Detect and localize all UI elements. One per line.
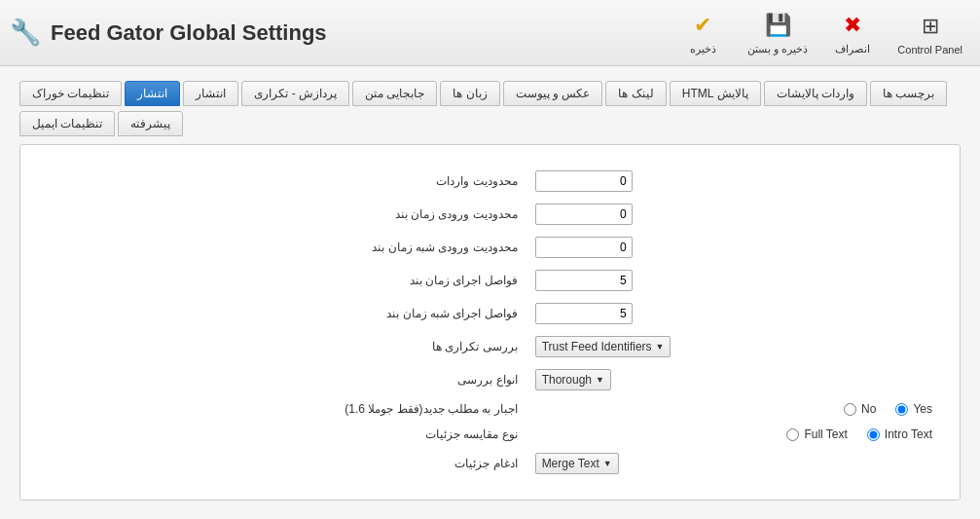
check-type-value: Thorough [542,373,592,387]
cancel-icon: ✖ [837,10,868,41]
import-limit-label: محدودیت واردات [40,165,527,198]
compare-intro-group: Intro Text [867,427,932,441]
table-row: فواصل اجرای شبه زمان بند [40,297,940,330]
control-panel-icon: ⊞ [915,11,946,42]
tab-links[interactable]: عکس و پیوست [503,81,603,106]
tab-html-filter[interactable]: پالایش HTML [670,81,761,106]
table-row: محدودیت ورودی زمان بند [40,198,940,231]
tab-image-post[interactable]: زبان ها [440,81,499,106]
run-interval-label: فواصل اجرای زمان بند [40,264,527,297]
save-button[interactable]: ✔ ذخیره [673,6,732,59]
table-row: Yes No اجبار به مطلب جدید(فقط جوملا 1.6) [40,396,940,422]
check-type-dropdown[interactable]: ▼ Thorough [535,369,611,390]
cancel-button[interactable]: ✖ انصراف [823,6,882,59]
save-close-button[interactable]: 💾 ذخیره و بستن [740,6,816,59]
save-label: ذخیره [690,43,716,56]
save-icon: ✔ [687,10,718,41]
control-panel-button[interactable]: ⊞ Control Panel [889,7,970,59]
trust-feed-input-cell: ▼ Trust Feed Identifiers [527,330,940,363]
tab-email-settings[interactable]: تنظیمات ایمیل [19,111,115,136]
import-limit-input-cell [527,165,940,198]
wrench-icon: 🔧 [10,18,41,48]
tab-advanced[interactable]: پیشرفته [118,111,183,136]
input-time-limit-label: محدودیت ورودی زمان بند [40,198,527,231]
input-time-limit-input-cell [527,198,940,231]
trust-feed-dropdown[interactable]: ▼ Trust Feed Identifiers [535,336,671,357]
force-new-yes-radio[interactable] [895,403,908,416]
compare-intro-label: Intro Text [885,427,932,441]
force-new-no-radio[interactable] [844,403,856,416]
compare-type-label: نوع مقایسه جزئیات [40,422,527,447]
save-close-icon: 💾 [762,10,793,41]
table-row: محدودیت واردات [40,165,940,198]
merge-details-label: ادغام جزئیات [40,447,527,480]
input-cron-time-limit-label: محدودیت ورودی شبه زمان بند [40,231,527,264]
title-text: Feed Gator Global Settings [51,20,327,46]
input-cron-time-limit-input[interactable] [535,237,633,258]
run-interval-input-cell [527,264,940,297]
toolbar-buttons: ⊞ Control Panel ✖ انصراف 💾 ذخیره و بستن … [673,6,970,59]
tab-import-filters[interactable]: واردات پالایشات [764,81,867,106]
cron-run-interval-input[interactable] [535,303,633,324]
table-row: فواصل اجرای زمان بند [40,264,940,297]
force-new-label: اجبار به مطلب جدید(فقط جوملا 1.6) [40,396,527,422]
dropdown-arrow-icon: ▼ [596,375,604,385]
table-row: Intro Text Full Text نوع مقایسه جزئیات [40,422,940,447]
tabs-row-2: پیشرفته تنظیمات ایمیل [19,111,961,136]
force-new-no-group: No [844,402,876,416]
compare-type-radio-row: Intro Text Full Text [535,427,932,441]
compare-full-label: Full Text [804,427,847,441]
input-time-limit-input[interactable] [535,204,633,225]
save-close-label: ذخیره و بستن [747,43,808,56]
content-panel: محدودیت واردات محدودیت ورودی زمان بند مح… [19,144,961,500]
merge-details-dropdown[interactable]: ▼ Merge Text [535,453,619,474]
trust-feed-value: Trust Feed Identifiers [542,340,652,353]
check-type-label: انواع بررسی [40,363,527,396]
tab-recurring[interactable]: انتشار [125,81,180,106]
tab-text-filter[interactable]: لینک ها [605,81,666,106]
toolbar: ⊞ Control Panel ✖ انصراف 💾 ذخیره و بستن … [0,0,980,66]
tab-tags[interactable]: برچسب ها [870,81,947,106]
force-new-radio-row: Yes No [535,402,932,416]
tabs-row-1: برچسب ها واردات پالایشات پالایش HTML لین… [19,81,961,106]
compare-full-radio[interactable] [786,428,799,441]
force-new-input-cell: Yes No [527,396,940,422]
force-new-yes-label: Yes [913,402,932,416]
form-table: محدودیت واردات محدودیت ورودی زمان بند مح… [40,165,940,480]
force-new-no-label: No [861,402,876,416]
force-new-yes-group: Yes [895,402,932,416]
control-panel-label: Control Panel [897,44,962,56]
input-cron-time-limit-input-cell [527,231,940,264]
merge-details-input-cell: ▼ Merge Text [527,447,940,480]
cron-run-interval-input-cell [527,297,940,330]
compare-intro-radio[interactable] [867,428,880,441]
main-content: برچسب ها واردات پالایشات پالایش HTML لین… [0,66,980,515]
table-row: ▼ Thorough انواع بررسی [40,363,940,396]
compare-type-input-cell: Intro Text Full Text [527,422,940,447]
compare-full-group: Full Text [786,427,847,441]
merge-details-value: Merge Text [542,457,599,470]
tab-relocation[interactable]: پردازش - تکراری [241,81,349,106]
cancel-label: انصراف [835,43,870,56]
dropdown-arrow-icon: ▼ [656,342,665,352]
cron-run-interval-label: فواصل اجرای شبه زمان بند [40,297,527,330]
table-row: ▼ Merge Text ادغام جزئیات [40,447,940,480]
import-limit-input[interactable] [535,170,633,192]
tab-feed-settings[interactable]: تنظیمات خوراک [19,81,122,106]
check-type-input-cell: ▼ Thorough [527,363,940,396]
table-row: محدودیت ورودی شبه زمان بند [40,231,940,264]
table-row: ▼ Trust Feed Identifiers بررسی تکراری ها [40,330,940,363]
run-interval-input[interactable] [535,270,633,291]
tab-publish[interactable]: انتشار [183,81,238,106]
tab-language[interactable]: جابجایی متن [352,81,437,106]
dropdown-arrow-icon: ▼ [603,459,612,468]
trust-feed-label: بررسی تکراری ها [40,330,527,363]
page-title: Feed Gator Global Settings 🔧 [10,18,327,48]
